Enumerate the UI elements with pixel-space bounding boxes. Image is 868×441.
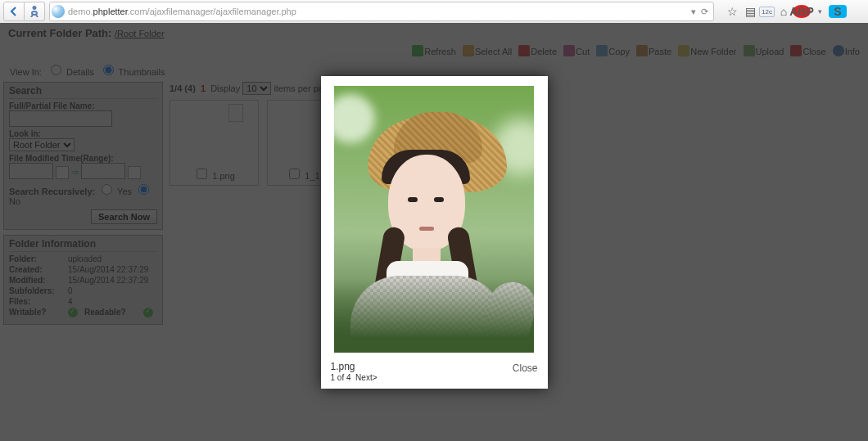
- skype-icon[interactable]: S: [829, 5, 847, 18]
- identity-button[interactable]: [25, 2, 45, 21]
- url-text: demo.phpletter.com/ajaxfilemanager/ajaxf…: [68, 7, 691, 16]
- preview-image: [334, 86, 534, 353]
- browser-toolbar: demo.phpletter.com/ajaxfilemanager/ajaxf…: [0, 0, 868, 24]
- library-icon[interactable]: ▤: [741, 5, 759, 18]
- abp-icon[interactable]: ABP: [793, 5, 811, 18]
- address-bar[interactable]: demo.phpletter.com/ajaxfilemanager/ajaxf…: [49, 2, 714, 21]
- back-button[interactable]: [3, 2, 25, 21]
- reload-button[interactable]: ⟳: [701, 7, 708, 17]
- svg-point-0: [32, 11, 37, 15]
- site-icon: [52, 5, 65, 18]
- image-preview-modal: 1.png 1 of 4 Next> Close: [321, 76, 548, 389]
- bookmark-star-icon[interactable]: ☆: [723, 5, 741, 18]
- reader-mode-caret[interactable]: ▾: [691, 7, 696, 17]
- preview-filename: 1.png: [331, 361, 377, 372]
- lightbox: 1.png 1 of 4 Next> Close: [0, 23, 868, 441]
- preview-close-button[interactable]: Close: [513, 362, 538, 374]
- extension-badge[interactable]: 12c: [759, 7, 775, 17]
- dropdown-chevron-icon[interactable]: ▾: [811, 7, 829, 16]
- preview-next-link[interactable]: Next>: [355, 373, 377, 382]
- menu-button[interactable]: [847, 6, 865, 17]
- preview-position: 1 of 4: [331, 373, 351, 382]
